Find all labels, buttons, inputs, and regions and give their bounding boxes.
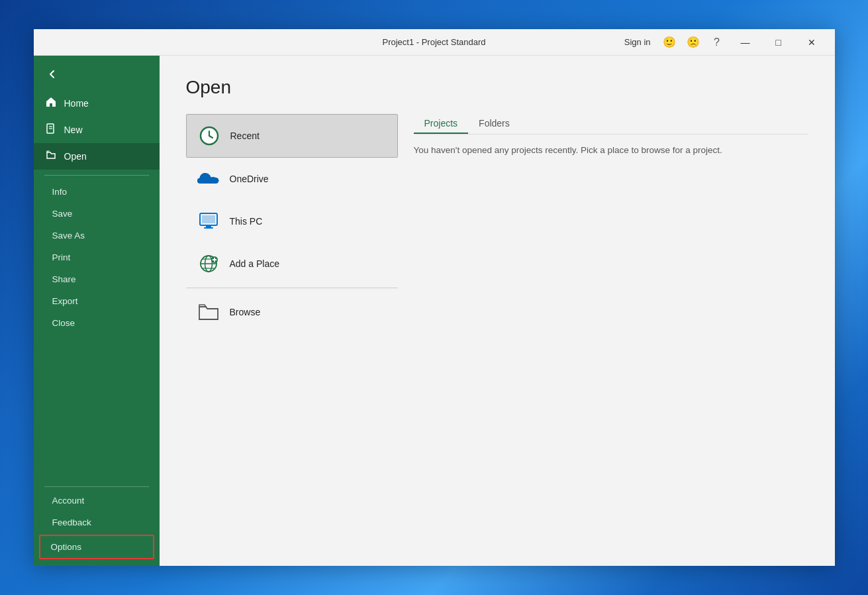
sidebar-divider-2 — [44, 486, 149, 487]
frown-icon[interactable]: 🙁 — [683, 32, 704, 53]
export-label: Export — [52, 296, 78, 306]
sidebar-item-close[interactable]: Close — [34, 312, 160, 334]
svg-rect-7 — [202, 215, 215, 223]
sidebar-divider-1 — [44, 175, 149, 176]
minimize-button[interactable]: — — [730, 32, 761, 53]
svg-rect-8 — [206, 225, 211, 227]
new-icon — [44, 123, 58, 136]
tab-projects[interactable]: Projects — [414, 114, 469, 134]
location-browse[interactable]: Browse — [186, 291, 398, 333]
sidebar-item-feedback[interactable]: Feedback — [34, 512, 160, 533]
title-bar: Project1 - Project Standard Sign in 🙂 🙁 … — [34, 29, 835, 56]
sidebar-item-open[interactable]: Open — [34, 143, 160, 170]
sidebar-label-new: New — [64, 125, 83, 135]
save-label: Save — [52, 209, 73, 219]
location-this-pc-label: This PC — [230, 216, 263, 227]
back-button[interactable] — [39, 61, 66, 87]
home-icon — [44, 97, 58, 110]
location-onedrive[interactable]: OneDrive — [186, 158, 398, 200]
info-label: Info — [52, 187, 68, 197]
print-label: Print — [52, 252, 71, 262]
onedrive-icon — [197, 167, 220, 191]
tab-folders[interactable]: Folders — [468, 114, 520, 134]
options-label: Options — [51, 542, 82, 552]
maximize-button[interactable]: □ — [763, 32, 794, 53]
this-pc-icon — [197, 209, 220, 233]
location-divider — [186, 288, 398, 288]
sidebar-item-account[interactable]: Account — [34, 490, 160, 512]
clock-icon — [197, 124, 221, 148]
empty-message: You haven't opened any projects recently… — [414, 145, 808, 155]
globe-icon — [197, 252, 220, 276]
app-title: Project1 - Project Standard — [382, 37, 485, 47]
sidebar-item-info[interactable]: Info — [34, 181, 160, 203]
content-panel: Projects Folders You haven't opened any … — [414, 114, 808, 553]
feedback-label: Feedback — [52, 517, 91, 527]
location-recent-label: Recent — [230, 131, 260, 141]
folder-icon — [197, 300, 220, 324]
sidebar-item-share[interactable]: Share — [34, 268, 160, 290]
sidebar-bottom: Account Feedback Options — [34, 481, 160, 566]
options-highlight: Options — [39, 535, 154, 559]
sidebar-item-new[interactable]: New — [34, 117, 160, 143]
sidebar-label-open: Open — [64, 151, 87, 162]
smiley-icon[interactable]: 🙂 — [659, 32, 680, 53]
title-bar-controls: Sign in 🙂 🙁 ? — □ ✕ — [619, 32, 827, 53]
sidebar-item-options[interactable]: Options — [40, 536, 153, 558]
close-label: Close — [52, 318, 75, 328]
locations-panel: Recent OneDrive — [186, 114, 808, 553]
sidebar: Home New Open Info Save — [34, 56, 160, 566]
tab-projects-label: Projects — [424, 118, 458, 129]
tabs-row: Projects Folders — [414, 114, 808, 135]
location-recent[interactable]: Recent — [186, 114, 398, 158]
close-button[interactable]: ✕ — [796, 32, 827, 53]
location-this-pc[interactable]: This PC — [186, 200, 398, 243]
sidebar-item-export[interactable]: Export — [34, 290, 160, 312]
location-onedrive-label: OneDrive — [230, 174, 269, 184]
share-label: Share — [52, 274, 76, 284]
save-as-label: Save As — [52, 231, 85, 241]
location-add-place[interactable]: Add a Place — [186, 243, 398, 285]
svg-rect-9 — [204, 227, 213, 229]
sidebar-label-home: Home — [64, 98, 89, 109]
open-icon — [44, 150, 58, 163]
location-browse-label: Browse — [230, 307, 261, 317]
sign-in-button[interactable]: Sign in — [619, 34, 656, 50]
tab-folders-label: Folders — [479, 118, 510, 129]
account-label: Account — [52, 496, 85, 506]
location-add-place-label: Add a Place — [230, 258, 280, 269]
content-area: Home New Open Info Save — [34, 56, 835, 566]
main-area: Open Recent — [160, 56, 835, 566]
sidebar-item-home[interactable]: Home — [34, 90, 160, 117]
app-window: Project1 - Project Standard Sign in 🙂 🙁 … — [34, 29, 835, 566]
help-icon[interactable]: ? — [706, 32, 728, 53]
sidebar-item-save[interactable]: Save — [34, 203, 160, 225]
page-title: Open — [186, 77, 808, 98]
locations-list: Recent OneDrive — [186, 114, 398, 553]
sidebar-item-print[interactable]: Print — [34, 246, 160, 268]
sidebar-item-save-as[interactable]: Save As — [34, 225, 160, 246]
